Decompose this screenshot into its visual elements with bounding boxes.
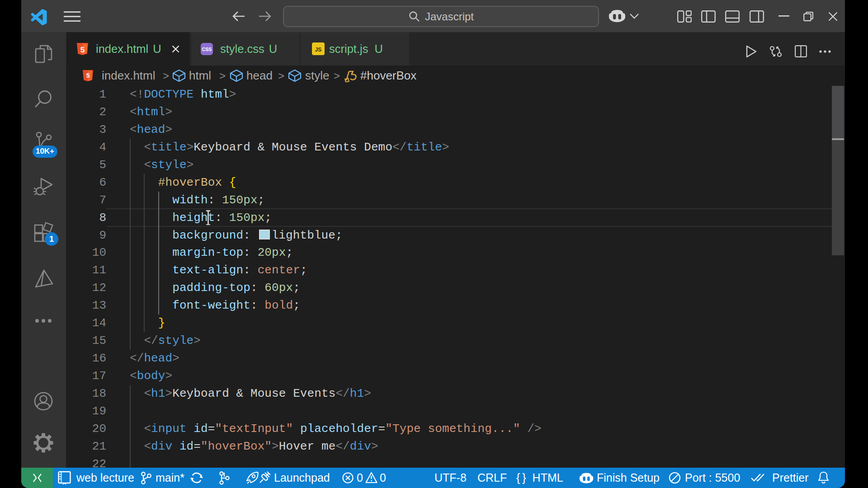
svg-text:CSS: CSS — [202, 47, 212, 52]
svg-text:JS: JS — [315, 47, 322, 53]
svg-text:5: 5 — [86, 72, 90, 79]
svg-text:5: 5 — [80, 45, 85, 54]
